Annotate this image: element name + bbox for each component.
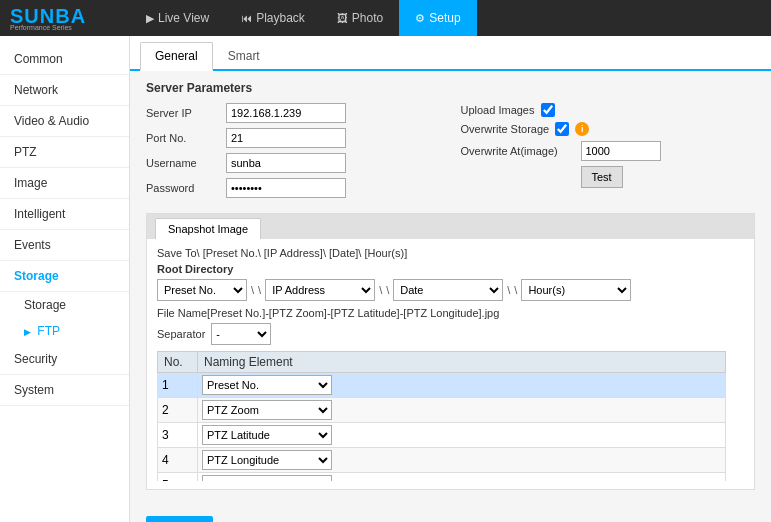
password-input[interactable] [226, 178, 346, 198]
separator-select[interactable]: - _ . None [211, 323, 271, 345]
nav-playback-label: Playback [256, 11, 305, 25]
path-drop-preset[interactable]: Preset No. None [157, 279, 247, 301]
tab-bar: General Smart [130, 36, 771, 71]
overwrite-storage-checkbox[interactable] [555, 122, 569, 136]
photo-icon: 🖼 [337, 12, 348, 24]
table-row: 3Preset No.PTZ ZoomPTZ LatitudePTZ Longi… [158, 423, 726, 448]
row-number: 1 [158, 373, 198, 398]
path-sep-1: \ [251, 284, 254, 296]
username-row: Username [146, 153, 441, 173]
filename-label: File Name[Preset No.]-[PTZ Zoom]-[PTZ La… [157, 307, 744, 319]
naming-element-select[interactable]: Preset No.PTZ ZoomPTZ LatitudePTZ Longit… [202, 475, 332, 481]
table-row: 1Preset No.PTZ ZoomPTZ LatitudePTZ Longi… [158, 373, 726, 398]
upload-images-checkbox[interactable] [541, 103, 555, 117]
main-layout: Common Network Video & Audio PTZ Image I… [0, 36, 771, 522]
separator-label: Separator [157, 328, 205, 340]
row-naming-element: Preset No.PTZ ZoomPTZ LatitudePTZ Longit… [198, 373, 726, 398]
tab-general[interactable]: General [140, 42, 213, 71]
test-button[interactable]: Test [581, 166, 623, 188]
path-label: Save To\ [Preset No.\ [IP Address]\ [Dat… [157, 247, 744, 259]
sidebar: Common Network Video & Audio PTZ Image I… [0, 36, 130, 522]
overwrite-at-label: Overwrite At(image) [461, 145, 581, 157]
password-row: Password [146, 178, 441, 198]
naming-element-select[interactable]: Preset No.PTZ ZoomPTZ LatitudePTZ Longit… [202, 400, 332, 420]
nav-setup[interactable]: ⚙ Setup [399, 0, 476, 36]
overwrite-storage-info-icon[interactable]: i [575, 122, 589, 136]
snapshot-panel: Snapshot Image Save To\ [Preset No.\ [IP… [146, 213, 755, 490]
naming-element-select[interactable]: Preset No.PTZ ZoomPTZ LatitudePTZ Longit… [202, 375, 332, 395]
sidebar-item-ptz[interactable]: PTZ [0, 137, 129, 168]
table-row: 2Preset No.PTZ ZoomPTZ LatitudePTZ Longi… [158, 398, 726, 423]
overwrite-storage-row: Overwrite Storage i [461, 122, 756, 136]
sidebar-sub-storage[interactable]: Storage [0, 292, 129, 318]
password-label: Password [146, 182, 226, 194]
row-naming-element: Preset No.PTZ ZoomPTZ LatitudePTZ Longit… [198, 448, 726, 473]
save-button[interactable]: Save [146, 516, 213, 522]
path-drop-ip[interactable]: IP Address None [265, 279, 375, 301]
snapshot-content: Save To\ [Preset No.\ [IP Address]\ [Dat… [147, 239, 754, 489]
sidebar-sub-ftp[interactable]: ▶ FTP [0, 318, 129, 344]
sidebar-ftp-label: FTP [37, 324, 60, 338]
username-input[interactable] [226, 153, 346, 173]
row-number: 5 [158, 473, 198, 482]
naming-element-select[interactable]: Preset No.PTZ ZoomPTZ LatitudePTZ Longit… [202, 450, 332, 470]
port-no-row: Port No. [146, 128, 441, 148]
path-dropdowns: Preset No. None \ \ IP Address None \ \ … [157, 279, 744, 301]
setup-icon: ⚙ [415, 12, 425, 25]
separator-row: Separator - _ . None [157, 323, 744, 345]
path-sep-2: \ [258, 284, 261, 296]
root-dir-label: Root Directory [157, 263, 744, 275]
sidebar-item-security[interactable]: Security [0, 344, 129, 375]
test-row: Test [461, 166, 756, 188]
server-ip-label: Server IP [146, 107, 226, 119]
sidebar-item-events[interactable]: Events [0, 230, 129, 261]
nav-bar: ▶ Live View ⏮ Playback 🖼 Photo ⚙ Setup [130, 0, 477, 36]
upload-images-row: Upload Images [461, 103, 756, 117]
sidebar-item-image[interactable]: Image [0, 168, 129, 199]
path-sep-5: \ [507, 284, 510, 296]
col-naming: Naming Element [198, 352, 726, 373]
snapshot-tab[interactable]: Snapshot Image [155, 218, 261, 239]
nav-playback[interactable]: ⏮ Playback [225, 0, 321, 36]
path-drop-hours[interactable]: Hour(s) None [521, 279, 631, 301]
row-number: 2 [158, 398, 198, 423]
upload-images-label: Upload Images [461, 104, 535, 116]
naming-element-select[interactable]: Preset No.PTZ ZoomPTZ LatitudePTZ Longit… [202, 425, 332, 445]
save-area: Save [130, 508, 771, 522]
server-params-title: Server Parameters [146, 81, 755, 95]
snapshot-tab-bar: Snapshot Image [147, 214, 754, 239]
path-sep-4: \ [386, 284, 389, 296]
sidebar-item-system[interactable]: System [0, 375, 129, 406]
nav-photo[interactable]: 🖼 Photo [321, 0, 399, 36]
form-content: Server Parameters Server IP Port No. Use… [130, 71, 771, 508]
port-no-label: Port No. [146, 132, 226, 144]
nav-live-view-label: Live View [158, 11, 209, 25]
overwrite-storage-label: Overwrite Storage [461, 123, 550, 135]
sidebar-item-common[interactable]: Common [0, 44, 129, 75]
server-ip-input[interactable] [226, 103, 346, 123]
port-no-input[interactable] [226, 128, 346, 148]
sidebar-item-network[interactable]: Network [0, 75, 129, 106]
playback-icon: ⏮ [241, 12, 252, 24]
row-naming-element: Preset No.PTZ ZoomPTZ LatitudePTZ Longit… [198, 423, 726, 448]
nav-setup-label: Setup [429, 11, 460, 25]
top-navigation: SUNBA Performance Series ▶ Live View ⏮ P… [0, 0, 771, 36]
overwrite-at-input[interactable] [581, 141, 661, 161]
right-params: Upload Images Overwrite Storage i Overwr… [461, 103, 756, 203]
table-row: 4Preset No.PTZ ZoomPTZ LatitudePTZ Longi… [158, 448, 726, 473]
scrollbar-area [730, 351, 744, 481]
sidebar-item-intelligent[interactable]: Intelligent [0, 199, 129, 230]
tab-smart[interactable]: Smart [213, 42, 275, 69]
naming-table-scroll[interactable]: No. Naming Element 1Preset No.PTZ ZoomPT… [157, 351, 726, 481]
arrow-icon: ▶ [24, 327, 31, 337]
overwrite-at-row: Overwrite At(image) [461, 141, 756, 161]
nav-live-view[interactable]: ▶ Live View [130, 0, 225, 36]
sidebar-item-video-audio[interactable]: Video & Audio [0, 106, 129, 137]
username-label: Username [146, 157, 226, 169]
server-params-grid: Server IP Port No. Username Password [146, 103, 755, 203]
naming-table: No. Naming Element 1Preset No.PTZ ZoomPT… [157, 351, 726, 481]
row-number: 3 [158, 423, 198, 448]
table-container: No. Naming Element 1Preset No.PTZ ZoomPT… [157, 351, 744, 481]
path-drop-date[interactable]: Date None [393, 279, 503, 301]
sidebar-item-storage[interactable]: Storage [0, 261, 129, 292]
